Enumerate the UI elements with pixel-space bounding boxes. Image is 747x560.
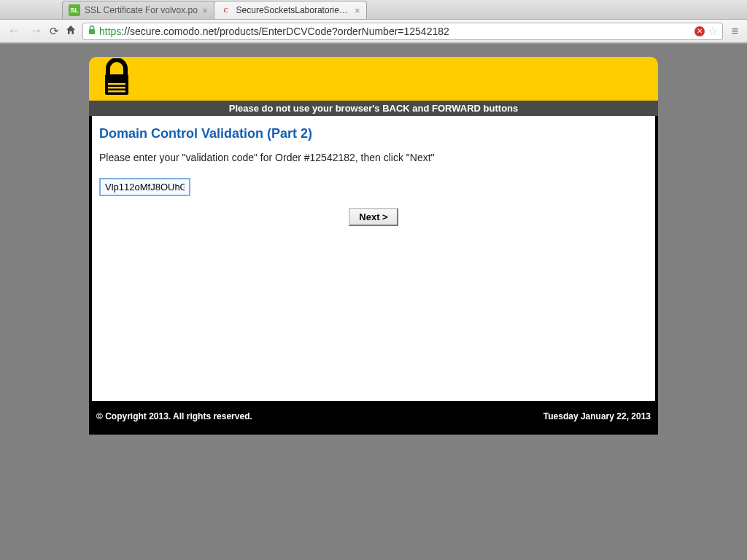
tab-secure-sockets[interactable]: C SecureSocketsLaboratories S × [214,1,367,19]
bookmark-star-icon[interactable]: ☆ [708,24,718,38]
content-area: Domain Control Validation (Part 2) Pleas… [89,116,658,401]
page-frame: Please do not use your browser's BACK an… [89,57,658,546]
svg-rect-4 [108,90,125,93]
tab-close-icon[interactable]: × [202,5,208,16]
tab-ssl-certificate[interactable]: SL SSL Certificate For volvox.po × [62,1,214,19]
warning-text: Please do not use your browser's BACK an… [229,103,519,114]
svg-rect-3 [108,87,125,89]
warning-banner: Please do not use your browser's BACK an… [89,101,658,116]
favicon-comodo-icon: C [220,4,232,16]
menu-button[interactable]: ≡ [729,25,741,38]
back-button[interactable]: ← [6,23,22,39]
toolbar: ← → ⟳ https ://secure.comodo.net/product… [0,20,747,43]
padlock-logo-icon [101,58,133,99]
url-bar[interactable]: https ://secure.comodo.net/products/Ente… [82,23,723,40]
svg-rect-2 [108,83,125,85]
browser-chrome: ⤢ SL SSL Certificate For volvox.po × C S… [0,0,747,44]
home-button[interactable] [65,24,77,38]
page-viewport: Please do not use your browser's BACK an… [0,44,747,546]
page-footer: © Copyright 2013. All rights reserved. T… [89,401,658,435]
footer-date: Tuesday January 22, 2013 [543,411,651,421]
url-scheme: https [99,26,121,37]
reload-button[interactable]: ⟳ [50,25,59,38]
validation-code-input[interactable] [99,178,190,196]
copyright-text: © Copyright 2013. All rights reserved. [96,411,252,421]
tabs-row: SL SSL Certificate For volvox.po × C Sec… [0,0,747,20]
tab-title: SecureSocketsLaboratories S [236,5,350,15]
instruction-text: Please enter your "validation code" for … [99,152,648,163]
blocked-icon[interactable]: ✕ [694,26,705,36]
forward-button[interactable]: → [28,23,44,39]
page-heading: Domain Control Validation (Part 2) [99,126,648,141]
favicon-sl-icon: SL [69,4,80,16]
lock-icon [88,25,96,37]
tab-close-icon[interactable]: × [355,5,360,16]
page-header [89,57,658,101]
next-button[interactable]: Next > [349,208,398,226]
svg-rect-0 [89,29,95,34]
tab-title: SSL Certificate For volvox.po [85,5,198,15]
url-path: ://secure.comodo.net/products/EnterDCVCo… [121,26,449,37]
